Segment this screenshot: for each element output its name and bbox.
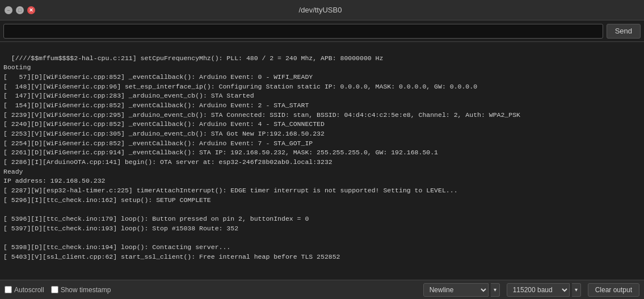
serial-input[interactable] — [3, 24, 603, 39]
window-title: /dev/ttyUSB0 — [35, 6, 605, 14]
newline-dropdown-arrow[interactable]: ▾ — [491, 283, 500, 297]
input-bar: Send — [0, 20, 644, 42]
close-button[interactable]: ✕ — [27, 6, 35, 14]
window-controls: − □ ✕ — [5, 6, 35, 14]
send-button[interactable]: Send — [607, 24, 641, 39]
show-timestamp-checkbox[interactable] — [51, 286, 58, 293]
output-text: [////$$mffum$$$$2-hal-cpu.c:211] setCpuF… — [3, 54, 520, 260]
maximize-button[interactable]: □ — [16, 6, 24, 14]
autoscroll-label[interactable]: Autoscroll — [5, 286, 44, 294]
baud-dropdown-wrapper: 300 baud 1200 baud 2400 baud 4800 baud 9… — [507, 283, 581, 297]
baud-dropdown-arrow[interactable]: ▾ — [572, 283, 581, 297]
minimize-button[interactable]: − — [5, 6, 12, 14]
output-area: [////$$mffum$$$$2-hal-cpu.c:211] setCpuF… — [0, 42, 644, 280]
autoscroll-checkbox[interactable] — [5, 286, 12, 293]
show-timestamp-label[interactable]: Show timestamp — [51, 286, 111, 294]
newline-select[interactable]: Newline No line ending Carriage return B… — [423, 283, 489, 297]
newline-dropdown-wrapper: Newline No line ending Carriage return B… — [423, 283, 500, 297]
baud-select[interactable]: 300 baud 1200 baud 2400 baud 4800 baud 9… — [507, 283, 570, 297]
bottom-bar: Autoscroll Show timestamp Newline No lin… — [0, 280, 644, 299]
title-bar: − □ ✕ /dev/ttyUSB0 — [0, 0, 644, 20]
clear-output-button[interactable]: Clear output — [588, 283, 639, 297]
